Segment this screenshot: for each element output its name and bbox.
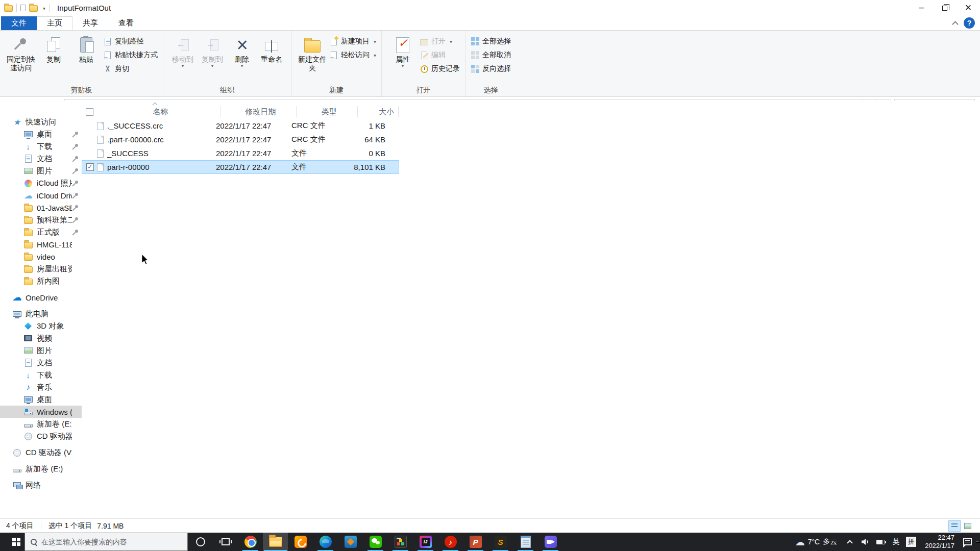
- sidebar-item[interactable]: 下载: [0, 140, 82, 153]
- sidebar-item[interactable]: 新加卷 (E:): [0, 463, 82, 475]
- qat-new-folder-icon[interactable]: [29, 5, 38, 12]
- battery-button[interactable]: [873, 533, 888, 551]
- new-item-button[interactable]: 新建项目: [329, 36, 376, 47]
- rename-button[interactable]: 重命名: [257, 34, 286, 64]
- ime-indicator[interactable]: 拼: [903, 533, 919, 551]
- taskbar-app[interactable]: [538, 533, 563, 551]
- move-to-button[interactable]: 移动到: [168, 34, 197, 68]
- qat-properties-button[interactable]: [20, 3, 26, 12]
- sidebar-item[interactable]: 文档: [0, 357, 82, 369]
- sidebar-item[interactable]: 所内图: [0, 275, 82, 287]
- sidebar-item[interactable]: 音乐: [0, 381, 82, 393]
- tab-home[interactable]: 主页: [37, 16, 72, 30]
- taskbar-app[interactable]: [238, 533, 263, 551]
- sidebar-item[interactable]: Windows (C:): [0, 406, 82, 418]
- large-icons-view-button[interactable]: [962, 520, 974, 532]
- taskbar-app[interactable]: [513, 533, 538, 551]
- sidebar-item[interactable]: iCloud Drive: [0, 189, 82, 202]
- easy-access-button[interactable]: 轻松访问: [329, 49, 376, 61]
- taskbar-app[interactable]: [188, 533, 213, 551]
- delete-button[interactable]: 删除: [228, 34, 256, 68]
- column-type[interactable]: 类型: [297, 106, 358, 117]
- qat-customize-dropdown[interactable]: [41, 3, 45, 12]
- close-button[interactable]: [957, 0, 980, 15]
- cut-button[interactable]: 剪切: [103, 63, 158, 74]
- new-folder-button[interactable]: 新建文件夹: [297, 34, 328, 72]
- show-desktop-button[interactable]: [976, 541, 980, 543]
- sidebar-item[interactable]: 文档: [0, 153, 82, 165]
- select-all-button[interactable]: 全部选择: [471, 36, 511, 47]
- action-center-button[interactable]: [961, 533, 976, 551]
- sidebar-item[interactable]: CD 驱动器 (V:) MAT: [0, 446, 82, 459]
- copy-path-button[interactable]: 复制路径: [103, 36, 158, 47]
- taskbar-app[interactable]: [363, 533, 388, 551]
- collapse-ribbon-icon[interactable]: [952, 21, 959, 28]
- sidebar-item[interactable]: 房屋出租资料: [0, 263, 82, 275]
- taskbar-search[interactable]: [24, 533, 188, 551]
- header-checkbox[interactable]: [86, 108, 93, 116]
- sidebar-item[interactable]: 视频: [0, 332, 82, 344]
- history-button[interactable]: 历史记录: [420, 63, 460, 74]
- tab-file[interactable]: 文件: [1, 16, 37, 30]
- minimize-button[interactable]: [910, 0, 933, 15]
- restore-button[interactable]: [933, 0, 957, 15]
- file-row[interactable]: part-r-00000 2022/1/17 22:47 文件 8,101 KB: [82, 160, 399, 174]
- paste-shortcut-button[interactable]: 粘贴快捷方式: [103, 49, 158, 61]
- taskbar-search-input[interactable]: [41, 538, 182, 546]
- taskbar-app[interactable]: [413, 533, 438, 551]
- select-none-button[interactable]: 全部取消: [471, 49, 511, 61]
- sidebar-item[interactable]: CD 驱动器 (V:) MA: [0, 430, 82, 442]
- file-row[interactable]: _SUCCESS 2022/1/17 22:47 文件 0 KB: [82, 146, 399, 160]
- sidebar-item[interactable]: 快速访问: [0, 116, 82, 128]
- taskbar-app[interactable]: [288, 533, 313, 551]
- tab-share[interactable]: 共享: [72, 16, 108, 30]
- copy-to-button[interactable]: 复制到: [198, 34, 227, 68]
- taskbar-app[interactable]: [388, 533, 413, 551]
- tray-overflow-button[interactable]: [842, 533, 857, 551]
- column-size[interactable]: 大小: [358, 106, 399, 117]
- file-row[interactable]: ._SUCCESS.crc 2022/1/17 22:47 CRC 文件 1 K…: [82, 119, 399, 133]
- taskbar-app[interactable]: [438, 533, 463, 551]
- sidebar-item[interactable]: 下载: [0, 369, 82, 381]
- edit-button[interactable]: 编辑: [420, 49, 460, 61]
- help-button[interactable]: ?: [964, 17, 975, 29]
- sidebar-item[interactable]: 01-JavaSE: [0, 202, 82, 214]
- sidebar-item[interactable]: 桌面: [0, 128, 82, 140]
- sidebar-item[interactable]: 正式版: [0, 226, 82, 238]
- copy-button[interactable]: 复制: [38, 34, 69, 64]
- sidebar-item[interactable]: 预科班第二阶段: [0, 214, 82, 226]
- start-button[interactable]: [0, 533, 24, 551]
- sidebar-item[interactable]: video: [0, 251, 82, 263]
- properties-button[interactable]: 属性: [387, 34, 419, 68]
- sidebar-item[interactable]: 图片: [0, 165, 82, 177]
- column-name[interactable]: 名称: [100, 106, 221, 117]
- pin-to-quick-access-button[interactable]: 固定到快速访问: [5, 34, 37, 72]
- clock[interactable]: 22:47 2022/1/17: [919, 534, 961, 550]
- taskbar-app[interactable]: [463, 533, 488, 551]
- sidebar-item[interactable]: 网络: [0, 479, 82, 491]
- row-checkbox[interactable]: [86, 163, 94, 171]
- sidebar-item[interactable]: 图片: [0, 344, 82, 357]
- taskbar-app[interactable]: [213, 533, 238, 551]
- sidebar-item[interactable]: 3D 对象: [0, 320, 82, 332]
- weather-widget[interactable]: 7°C 多云: [790, 536, 843, 548]
- language-indicator[interactable]: 英: [888, 533, 903, 551]
- sidebar-item[interactable]: iCloud 照片: [0, 177, 82, 189]
- sidebar-item[interactable]: 桌面: [0, 393, 82, 406]
- sidebar-item[interactable]: OneDrive: [0, 291, 82, 304]
- paste-button[interactable]: 粘贴: [70, 34, 102, 64]
- invert-selection-button[interactable]: 反向选择: [471, 63, 511, 74]
- open-button[interactable]: 打开: [420, 36, 460, 47]
- taskbar-app[interactable]: [263, 533, 288, 551]
- sidebar-item[interactable]: 此电脑: [0, 308, 82, 320]
- taskbar-app[interactable]: [313, 533, 338, 551]
- tab-view[interactable]: 查看: [108, 16, 144, 30]
- file-row[interactable]: .part-r-00000.crc 2022/1/17 22:47 CRC 文件…: [82, 133, 399, 146]
- sidebar-item[interactable]: HMGL-118: [0, 238, 82, 251]
- taskbar-app[interactable]: [488, 533, 513, 551]
- column-date-modified[interactable]: 修改日期: [221, 106, 297, 117]
- details-view-button[interactable]: [948, 520, 961, 532]
- sidebar-item[interactable]: 新加卷 (E:): [0, 418, 82, 430]
- taskbar-app[interactable]: [338, 533, 363, 551]
- volume-button[interactable]: [857, 533, 873, 551]
